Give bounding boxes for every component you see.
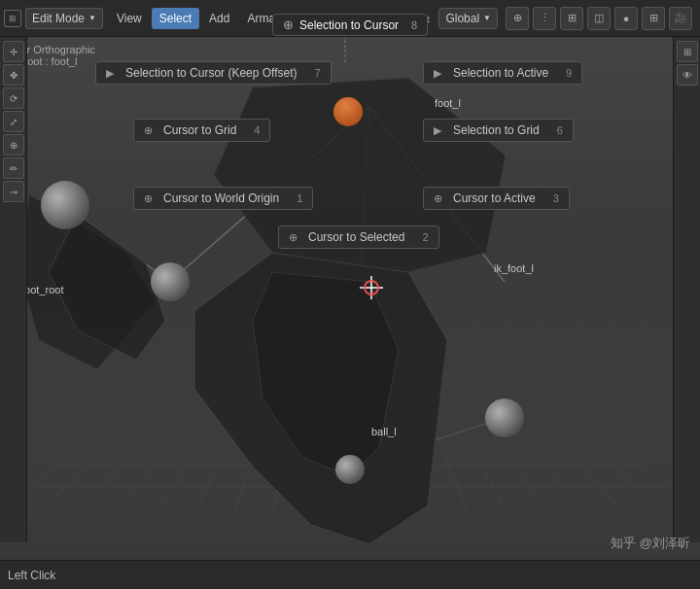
svg-marker-7 — [19, 194, 156, 369]
cursor-icon-3: ⊕ — [434, 192, 447, 205]
grid-icon[interactable]: ⊞ — [642, 7, 665, 30]
bone-sphere-4 — [335, 455, 365, 484]
camera-icon[interactable]: 🎥 — [669, 7, 692, 30]
snap-selection-to-cursor-popup[interactable]: ⊕ Selection to Cursor 8 — [272, 14, 428, 36]
menu-item-cursor-selected[interactable]: ⊕ Cursor to Selected 2 — [278, 225, 439, 249]
scale-tool-btn[interactable]: ⤢ — [3, 111, 24, 132]
snap-cursor-ball — [333, 97, 363, 126]
mode-icon: ⊞ — [4, 10, 21, 27]
label-cursor-active: Cursor to Active — [453, 191, 536, 205]
measure-tool-btn[interactable]: ⊸ — [3, 181, 24, 202]
arrow-icon-2: ▶ — [434, 67, 447, 80]
overlay-icon[interactable]: ⊞ — [560, 7, 583, 30]
cursor-icon-2: ⊕ — [144, 192, 158, 205]
viewport: ⊞ Edit Mode ▼ View Select Add Armature ↕… — [0, 0, 700, 589]
global-chevron-icon: ▼ — [483, 14, 491, 22]
mode-dropdown[interactable]: Edit Mode ▼ — [25, 8, 103, 29]
global-dropdown[interactable]: Global ▼ — [438, 8, 498, 29]
bottom-bar: Left Click — [0, 560, 700, 589]
arrow-icon-3: ▶ — [434, 124, 447, 137]
snap-popup-shortcut: 8 — [411, 19, 417, 31]
shortcut-7: 7 — [303, 67, 321, 79]
arrow-icon-1: ▶ — [106, 67, 120, 80]
snap-cursor-icon: ⊕ — [283, 17, 294, 32]
mode-label: Edit Mode — [32, 12, 85, 25]
view-3d-btn[interactable]: 👁 — [677, 64, 698, 86]
shortcut-6: 6 — [545, 124, 563, 136]
label-selection-grid: Selection to Grid — [453, 123, 540, 137]
rotate-tool-btn[interactable]: ⟳ — [3, 87, 24, 109]
view-grid-btn[interactable]: ⊞ — [677, 41, 698, 62]
cursor-tool-btn[interactable]: ✛ — [3, 41, 24, 62]
left-toolbar: ✛ ✥ ⟳ ⤢ ⊕ ✏ ⊸ — [0, 37, 27, 542]
right-toolbar: ⊞ 👁 — [673, 37, 700, 542]
left-click-label: Left Click — [8, 569, 55, 582]
global-label: Global — [445, 12, 479, 25]
shortcut-4: 4 — [242, 124, 260, 136]
xray-icon[interactable]: ◫ — [587, 7, 611, 30]
svg-marker-8 — [49, 214, 165, 360]
label-foot-l: foot_l — [435, 97, 461, 109]
shortcut-1: 1 — [285, 192, 302, 204]
shading-icon[interactable]: ● — [614, 7, 638, 30]
label-ik-foot-l: ik_foot_l — [494, 262, 534, 274]
menu-view[interactable]: View — [109, 8, 150, 29]
chevron-down-icon: ▼ — [88, 14, 96, 22]
label-selection-cursor-keep: Selection to Cursor (Keep Offset) — [125, 66, 298, 80]
shortcut-9: 9 — [554, 67, 572, 79]
bone-sphere-2 — [151, 262, 190, 301]
cursor-icon-1: ⊕ — [144, 124, 158, 137]
shortcut-3: 3 — [542, 192, 559, 204]
watermark: 知乎 @刘泽昕 — [611, 535, 690, 552]
bone-sphere-3 — [485, 398, 524, 437]
options-icon[interactable]: ⋮ — [533, 7, 556, 30]
menu-item-cursor-active[interactable]: ⊕ Cursor to Active 3 — [423, 187, 570, 210]
menu-select[interactable]: Select — [152, 8, 199, 29]
menu-item-selection-grid[interactable]: ▶ Selection to Grid 6 — [423, 119, 574, 142]
menu-add[interactable]: Add — [201, 8, 237, 29]
menu-item-selection-active[interactable]: ▶ Selection to Active 9 — [423, 61, 582, 85]
annotate-tool-btn[interactable]: ✏ — [3, 157, 24, 179]
transform-tool-btn[interactable]: ⊕ — [3, 134, 24, 156]
move-tool-btn[interactable]: ✥ — [3, 64, 24, 86]
label-cursor-selected: Cursor to Selected — [308, 230, 404, 244]
label-cursor-world: Cursor to World Origin — [163, 191, 279, 205]
label-cursor-grid: Cursor to Grid — [163, 123, 236, 137]
toolbar-right: ↕ Global ▼ ⊕ ⋮ ⊞ ◫ ● ⊞ 🎥 — [426, 7, 692, 30]
bone-sphere-1 — [41, 181, 89, 229]
shortcut-2: 2 — [410, 231, 428, 243]
menu-item-selection-cursor-keep[interactable]: ▶ Selection to Cursor (Keep Offset) 7 — [95, 61, 332, 85]
menu-item-cursor-world[interactable]: ⊕ Cursor to World Origin 1 — [133, 187, 313, 210]
label-ball-l: ball_l — [371, 426, 397, 437]
snap-popup-label: Selection to Cursor — [299, 18, 399, 32]
menu-item-cursor-grid[interactable]: ⊕ Cursor to Grid 4 — [133, 119, 270, 142]
label-selection-active: Selection to Active — [453, 66, 548, 80]
cursor-icon-4: ⊕ — [289, 231, 302, 244]
magnet-icon[interactable]: ⊕ — [506, 7, 529, 30]
